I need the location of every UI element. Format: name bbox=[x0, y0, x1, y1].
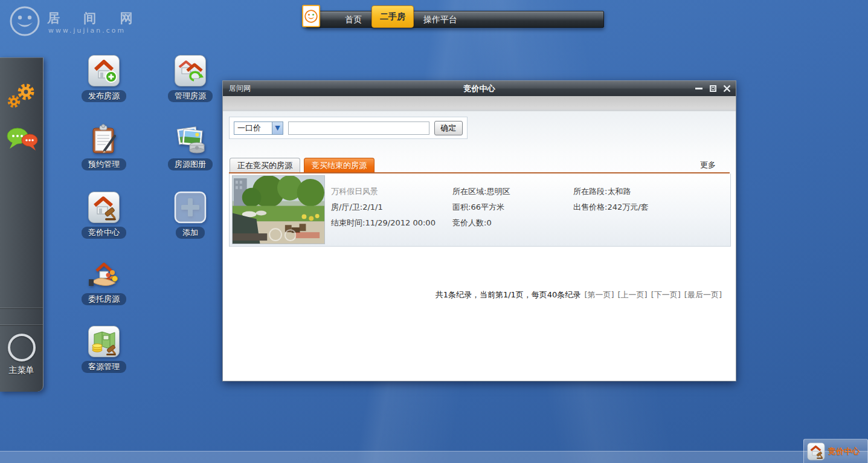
pagination-next[interactable]: [下一页] bbox=[651, 290, 681, 300]
gears-icon[interactable] bbox=[5, 81, 38, 111]
desktop-icon-publish-listing[interactable]: 发布房源 bbox=[69, 54, 139, 102]
desktop-icon-client-management[interactable]: 客源管理 bbox=[69, 325, 139, 373]
house-gavel-icon bbox=[88, 191, 120, 224]
window-titlebar[interactable]: 居间网 竞价中心 bbox=[223, 81, 736, 96]
desktop-icon-photo-album[interactable]: 房源图册 bbox=[155, 123, 225, 170]
window-body: 一口价 ▼ 确定 正在竞买的房源 竞买结束的房源 更多 bbox=[223, 111, 736, 381]
main-menu-button[interactable] bbox=[8, 334, 36, 361]
pagination-summary: 共1条纪录，当前第1/1页，每页40条纪录 bbox=[436, 290, 581, 300]
window-title: 竞价中心 bbox=[223, 83, 736, 94]
desktop-icon-manage-listings[interactable]: 管理房源 bbox=[155, 54, 225, 102]
search-box: 一口价 ▼ 确定 bbox=[229, 117, 468, 139]
main-menu-label: 主菜单 bbox=[0, 365, 43, 376]
clipboard-pen-icon bbox=[88, 123, 120, 155]
desktop-icon-add[interactable]: 添加 bbox=[155, 191, 225, 239]
house-sync-icon bbox=[174, 54, 207, 87]
listing-row[interactable]: 万科假日风景 房/厅/卫:2/1/1 结束时间:11/29/2012 00:00… bbox=[229, 173, 731, 247]
nav-item-platform[interactable]: 操作平台 bbox=[414, 11, 467, 28]
pagination-prev[interactable]: [上一页] bbox=[618, 290, 648, 300]
desktop-icon-label: 发布房源 bbox=[82, 90, 126, 102]
brand-logo: 居 间 网 www.jujian.com bbox=[8, 5, 166, 44]
minimize-icon[interactable] bbox=[695, 85, 703, 93]
pagination: 共1条纪录，当前第1/1页，每页40条纪录 [第一页] [上一页] [下一页] … bbox=[436, 290, 722, 300]
desktop-icon-label: 委托房源 bbox=[82, 293, 126, 305]
map-coins-gavel-icon bbox=[88, 325, 120, 358]
listing-name: 万科假日风景 bbox=[331, 184, 436, 199]
house-add-icon bbox=[88, 54, 120, 87]
house-gavel-icon bbox=[807, 442, 825, 461]
taskbar-strip bbox=[0, 451, 868, 463]
smiley-logo-icon bbox=[8, 5, 41, 37]
listing-col-price: 所在路段:太和路 出售价格:242万元/套 bbox=[573, 184, 649, 215]
bid-center-window: 居间网 竞价中心 一口价 ▼ 确定 正在竞买的房源 竞买结束的房源 更多 bbox=[222, 80, 736, 381]
taskbar-item-label: 竞价中心 bbox=[828, 446, 860, 457]
tab-active-bids[interactable]: 正在竞买的房源 bbox=[230, 158, 300, 172]
listing-price: 出售价格:242万元/套 bbox=[573, 199, 649, 215]
desktop-icon-label: 房源图册 bbox=[168, 158, 213, 170]
listing-area: 面积:66平方米 bbox=[452, 199, 510, 215]
sidebar-divider bbox=[0, 325, 43, 325]
brand-name: 居 间 网 bbox=[47, 10, 143, 27]
pagination-last[interactable]: [最后一页] bbox=[684, 290, 722, 300]
window-toolbar-strip bbox=[223, 96, 736, 111]
listing-col-location: 所在区域:思明区 面积:66平方米 竞价人数:0 bbox=[452, 184, 510, 231]
desktop-icon-label: 竞价中心 bbox=[82, 227, 126, 239]
listing-photo[interactable] bbox=[232, 175, 325, 244]
nav-item-home[interactable]: 首页 bbox=[335, 11, 371, 28]
price-type-select[interactable]: 一口价 ▼ bbox=[234, 121, 283, 135]
nav-smiley-icon[interactable] bbox=[302, 5, 320, 27]
listing-bidders: 竞价人数:0 bbox=[452, 215, 510, 231]
desktop-icon-label: 客源管理 bbox=[82, 361, 126, 373]
more-link[interactable]: 更多 bbox=[700, 160, 716, 170]
confirm-button[interactable]: 确定 bbox=[434, 121, 463, 135]
top-navigation-bar: 首页 二手房 操作平台 bbox=[306, 11, 604, 28]
search-input[interactable] bbox=[288, 121, 429, 135]
desktop-icon-bid-center[interactable]: 竞价中心 bbox=[69, 191, 139, 239]
hand-house-icon bbox=[88, 257, 120, 290]
brand-url: www.jujian.com bbox=[48, 27, 126, 34]
taskbar-item-bid-center[interactable]: 竞价中心 bbox=[803, 439, 868, 463]
chevron-down-icon: ▼ bbox=[272, 122, 283, 134]
listing-end-time: 结束时间:11/29/2012 00:00 bbox=[331, 215, 436, 231]
listing-tabs: 正在竞买的房源 竞买结束的房源 bbox=[230, 158, 375, 172]
maximize-icon[interactable] bbox=[709, 85, 717, 93]
nav-item-secondhand[interactable]: 二手房 bbox=[371, 5, 414, 28]
tab-ended-bids[interactable]: 竞买结束的房源 bbox=[304, 158, 375, 172]
close-icon[interactable] bbox=[722, 85, 731, 93]
sidebar-divider bbox=[0, 308, 43, 308]
sidebar: 主菜单 bbox=[0, 57, 43, 392]
price-type-value: 一口价 bbox=[234, 123, 272, 134]
listing-district: 所在区域:思明区 bbox=[452, 184, 510, 199]
listing-layout: 房/厅/卫:2/1/1 bbox=[331, 199, 436, 215]
desktop-icon-entrusted-listings[interactable]: 委托房源 bbox=[69, 257, 139, 305]
desktop-icon-appointments[interactable]: 预约管理 bbox=[69, 123, 139, 170]
listing-road: 所在路段:太和路 bbox=[573, 184, 649, 199]
desktop-icon-label: 添加 bbox=[176, 227, 205, 239]
desktop-icon-label: 预约管理 bbox=[82, 158, 126, 170]
desktop-icon-label: 管理房源 bbox=[168, 90, 213, 102]
plus-icon bbox=[174, 191, 207, 224]
listing-col-basic: 万科假日风景 房/厅/卫:2/1/1 结束时间:11/29/2012 00:00 bbox=[331, 184, 436, 231]
photos-drive-icon bbox=[174, 123, 207, 155]
pagination-first[interactable]: [第一页] bbox=[584, 290, 614, 300]
chat-bubbles-icon[interactable] bbox=[5, 126, 39, 154]
